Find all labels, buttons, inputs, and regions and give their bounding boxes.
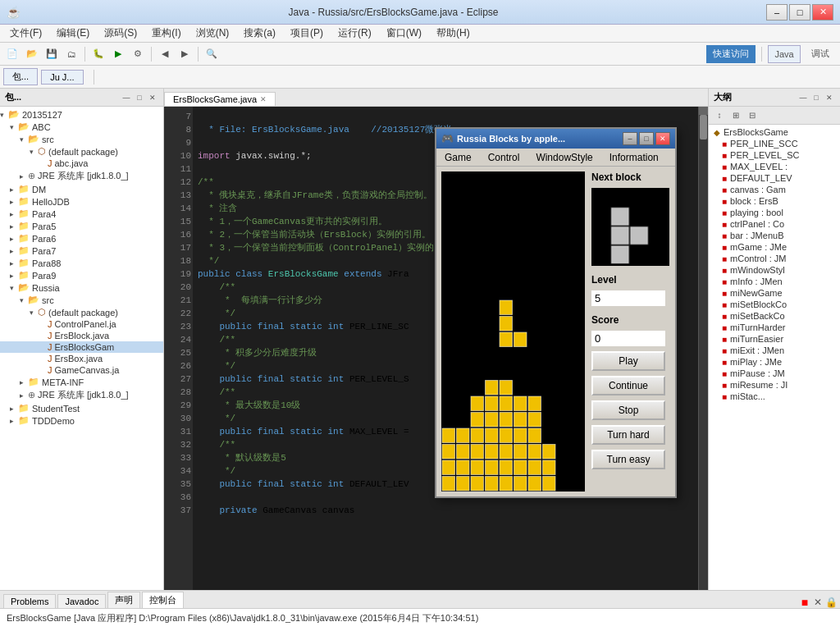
menu-file[interactable]: 文件(F)	[3, 25, 48, 42]
tree-item-para4[interactable]: ▸📁Para4	[0, 208, 163, 220]
outline-item[interactable]: ■mGame : JMe	[709, 241, 840, 253]
outline-item[interactable]: ■miExit : JMen	[709, 345, 840, 356]
debug-button[interactable]: 🐛	[89, 45, 107, 63]
tree-item-(default_package)[interactable]: ▾⬡(default package)	[0, 145, 163, 158]
tree-item-para7[interactable]: ▸📁Para7	[0, 245, 163, 257]
outline-item[interactable]: ■miResume : JI	[709, 379, 840, 391]
tree-item-ersblocksgam[interactable]: JErsBlocksGam	[0, 341, 163, 353]
editor-tab-main[interactable]: ErsBlocksGame.java ✕	[164, 92, 276, 106]
tree-item-gamecanvas.ja[interactable]: JGameCanvas.ja	[0, 364, 163, 376]
menu-source[interactable]: 源码(S)	[98, 25, 144, 42]
outline-item[interactable]: ■miTurnEasier	[709, 333, 840, 345]
outline-item[interactable]: ■bar : JMenuB	[709, 230, 840, 241]
game-menu-control[interactable]: Control	[480, 150, 528, 165]
outline-item[interactable]: ■MAX_LEVEL :	[709, 161, 840, 172]
game-menu-windowstyle[interactable]: WindowStyle	[527, 150, 600, 165]
debug-perspective[interactable]: 调试	[804, 45, 837, 63]
outline-item[interactable]: ■miPlay : JMe	[709, 356, 840, 368]
outline-item[interactable]: ■miPause : JM	[709, 368, 840, 379]
play-button[interactable]: Play	[591, 351, 665, 371]
outline-item[interactable]: ■miSetBlockCo	[709, 299, 840, 310]
tab-javadoc[interactable]: Javadoc	[57, 594, 106, 608]
search-button[interactable]: 🔍	[203, 45, 221, 63]
sidebar-minimize[interactable]: —	[121, 92, 132, 103]
game-close-button[interactable]: ✕	[655, 132, 670, 145]
continue-button[interactable]: Continue	[591, 376, 665, 396]
tree-item-ersbox.java[interactable]: JErsBox.java	[0, 353, 163, 364]
close-button[interactable]: ✕	[812, 4, 833, 21]
tree-item-studenttest[interactable]: ▸📁StudentTest	[0, 402, 163, 414]
tree-item-jre_系统库_[jdk1.8.0_][interactable]: ▸⊕JRE 系统库 [jdk1.8.0_]	[0, 169, 163, 183]
menu-edit[interactable]: 编辑(E)	[50, 25, 96, 42]
menu-project[interactable]: 项目(P)	[284, 25, 330, 42]
tree-item-controlpanel.ja[interactable]: JControlPanel.ja	[0, 318, 163, 330]
stop-button[interactable]: Stop	[591, 400, 665, 420]
outline-item[interactable]: ■miNewGame	[709, 287, 840, 299]
prev-button[interactable]: ◀	[156, 45, 174, 63]
java-perspective[interactable]: Java	[768, 45, 801, 63]
maximize-button[interactable]: □	[789, 4, 810, 21]
outline-collapse-icon[interactable]: ⊟	[745, 108, 760, 123]
tree-item-20135127[interactable]: ▾📂20135127	[0, 108, 163, 121]
sidebar-maximize[interactable]: □	[134, 92, 145, 103]
outline-item[interactable]: ■block : ErsB	[709, 195, 840, 207]
menu-navigate[interactable]: 浏览(N)	[189, 25, 236, 42]
menu-window[interactable]: 窗口(W)	[380, 25, 428, 42]
tree-item-tdddemo[interactable]: ▸📁TDDDemo	[0, 414, 163, 427]
outline-item[interactable]: ■PER_LEVEL_SC	[709, 149, 840, 161]
game-menu-information[interactable]: Information	[601, 150, 667, 165]
tree-item-jre_系统库_[jdk1.8.0_][interactable]: ▸⊕JRE 系统库 [jdk1.8.0_]	[0, 388, 163, 402]
tree-item-para88[interactable]: ▸📁Para88	[0, 257, 163, 269]
outline-item[interactable]: ■PER_LINE_SCC	[709, 138, 840, 149]
minimize-button[interactable]: –	[766, 4, 788, 21]
outline-item[interactable]: ■miStac...	[709, 391, 840, 402]
outline-item[interactable]: ■mControl : JM	[709, 253, 840, 264]
run-last-button[interactable]: ⚙	[129, 45, 147, 63]
outline-close[interactable]: ✕	[824, 92, 835, 103]
outline-sort-icon[interactable]: ↕	[712, 108, 727, 123]
outline-item[interactable]: ■canvas : Gam	[709, 184, 840, 195]
tree-item-dm[interactable]: ▸📁DM	[0, 183, 163, 195]
menu-run[interactable]: 运行(R)	[331, 25, 378, 42]
run-button[interactable]: ▶	[109, 45, 127, 63]
tree-item-hellojdb[interactable]: ▸📁HelloJDB	[0, 195, 163, 208]
game-minimize-button[interactable]: –	[623, 132, 637, 145]
sidebar-close[interactable]: ✕	[147, 92, 158, 103]
tree-item-(default_package)[interactable]: ▾⬡(default package)	[0, 306, 163, 318]
outline-item[interactable]: ■DEFAULT_LEV	[709, 172, 840, 184]
tree-item-abc.java[interactable]: Jabc.java	[0, 158, 163, 169]
tree-item-russia[interactable]: ▾📂Russia	[0, 281, 163, 294]
outline-item[interactable]: ◆ErsBlocksGame	[709, 126, 840, 138]
tree-item-abc[interactable]: ▾📂ABC	[0, 121, 163, 133]
turn-hard-button[interactable]: Turn hard	[591, 425, 665, 445]
outline-item[interactable]: ■miSetBackCo	[709, 310, 840, 322]
tree-item-para9[interactable]: ▸📁Para9	[0, 269, 163, 281]
save-all-button[interactable]: 🗂	[62, 45, 80, 63]
tab-problems[interactable]: Problems	[3, 594, 56, 608]
outline-item[interactable]: ■playing : bool	[709, 207, 840, 218]
tree-item-src[interactable]: ▾📂src	[0, 294, 163, 306]
outline-item[interactable]: ■miTurnHarder	[709, 322, 840, 333]
game-menu-game[interactable]: Game	[436, 150, 480, 165]
console-scroll-lock-icon[interactable]: 🔒	[825, 597, 837, 608]
tab-console[interactable]: 控制台	[142, 592, 184, 608]
outline-maximize[interactable]: □	[810, 92, 822, 103]
outline-filter-icon[interactable]: ⊞	[728, 108, 743, 123]
outline-item[interactable]: ■ctrlPanel : Co	[709, 218, 840, 230]
tab-declaration[interactable]: 声明	[107, 592, 140, 608]
next-button[interactable]: ▶	[176, 45, 194, 63]
quick-access-button[interactable]: 快速访问	[706, 45, 756, 63]
tree-item-src[interactable]: ▾📂src	[0, 133, 163, 145]
menu-refactor[interactable]: 重构(I)	[145, 25, 187, 42]
menu-help[interactable]: 帮助(H)	[430, 25, 477, 42]
tree-item-ersblock.java[interactable]: JErsBlock.java	[0, 330, 163, 341]
console-clear-icon[interactable]: ✕	[812, 597, 824, 608]
save-button[interactable]: 💾	[43, 45, 61, 63]
menu-search[interactable]: 搜索(a)	[237, 25, 282, 42]
package-explorer-btn[interactable]: 包...	[3, 68, 38, 85]
outline-minimize[interactable]: —	[797, 92, 809, 103]
game-maximize-button[interactable]: □	[639, 132, 654, 145]
outline-item[interactable]: ■mInfo : JMen	[709, 276, 840, 287]
hierarchy-btn[interactable]: Ju J...	[41, 70, 83, 85]
outline-item[interactable]: ■mWindowStyl	[709, 264, 840, 276]
